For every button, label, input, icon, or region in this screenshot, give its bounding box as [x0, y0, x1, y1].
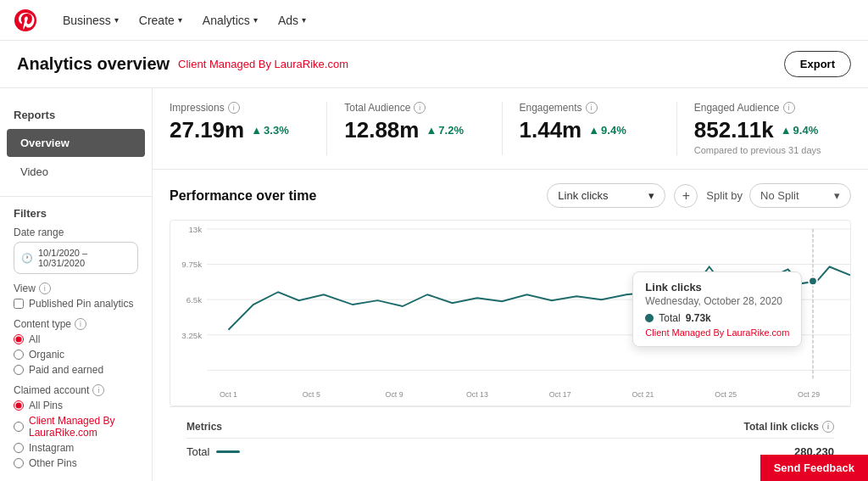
impressions-change: ▲ 3.3%: [251, 124, 289, 137]
arrow-up-icon: ▲: [251, 124, 262, 137]
date-range-input[interactable]: 🕐 10/1/2020 – 10/31/2020: [14, 242, 138, 274]
stat-impressions: Impressions i 27.19m ▲ 3.3%: [170, 102, 327, 155]
content-type-info-icon[interactable]: i: [75, 318, 86, 330]
engaged-audience-info-icon[interactable]: i: [783, 102, 795, 114]
engagements-info-icon[interactable]: i: [586, 102, 598, 114]
impressions-info-icon[interactable]: i: [228, 102, 240, 114]
total-audience-label: Total Audience i: [344, 102, 484, 114]
split-by-label: Split by: [706, 189, 743, 202]
metrics-row-line: [216, 450, 240, 453]
content-area: Impressions i 27.19m ▲ 3.3% Total Audien…: [153, 88, 868, 481]
svg-text:13k: 13k: [188, 225, 202, 234]
view-info-icon[interactable]: i: [39, 282, 51, 294]
engagements-change: ▲ 9.4%: [588, 124, 626, 137]
filters-title: Filters: [14, 207, 138, 220]
svg-point-19: [809, 277, 817, 285]
published-pin-checkbox[interactable]: [14, 299, 24, 309]
date-range-value: 10/1/2020 – 10/31/2020: [38, 248, 131, 268]
engaged-audience-value: 852.11k ▲ 9.4%: [694, 117, 834, 143]
arrow-up-icon: ▲: [588, 124, 599, 137]
total-audience-info-icon[interactable]: i: [414, 102, 426, 114]
metric-select[interactable]: Link clicks ▾: [547, 183, 665, 208]
published-pin-label: Published Pin analytics: [29, 298, 133, 310]
claimed-other-pins-radio-item: Other Pins: [14, 457, 138, 469]
sidebar-item-overview[interactable]: Overview: [7, 129, 145, 157]
content-all-radio-item: All: [14, 333, 138, 345]
stat-total-audience: Total Audience i 12.88m ▲ 7.2%: [327, 102, 502, 155]
page-header: Analytics overview Client Managed By Lau…: [0, 41, 868, 88]
chevron-down-icon: ▾: [253, 15, 258, 25]
send-feedback-button[interactable]: Send Feedback: [760, 455, 868, 481]
metrics-col-left: Metrics: [186, 421, 222, 433]
claimed-instagram-label: Instagram: [29, 442, 74, 454]
arrow-up-icon: ▲: [426, 124, 437, 137]
main-layout: Reports Overview Video Filters Date rang…: [0, 88, 868, 481]
total-audience-change: ▲ 7.2%: [426, 124, 464, 137]
total-audience-value: 12.88m ▲ 7.2%: [344, 117, 484, 143]
svg-text:3.25k: 3.25k: [181, 331, 202, 340]
chart-container: 13k 9.75k 6.5k 3.25k Oct 1 Oct 5 Oct 9 O…: [170, 220, 851, 406]
content-all-radio[interactable]: [14, 334, 24, 344]
nav-items: Business ▾ Create ▾ Analytics ▾ Ads ▾: [54, 8, 314, 32]
chevron-down-icon: ▾: [302, 15, 306, 25]
svg-text:9.75k: 9.75k: [181, 260, 202, 269]
stats-row: Impressions i 27.19m ▲ 3.3% Total Audien…: [153, 88, 868, 170]
sidebar-filters: Filters Date range 🕐 10/1/2020 – 10/31/2…: [0, 207, 152, 481]
claimed-all-pins-radio[interactable]: [14, 400, 24, 411]
split-by-select[interactable]: No Split ▾: [749, 183, 851, 208]
claimed-laura-radio-item: Client Managed By LauraRike.com: [14, 415, 138, 439]
metrics-row-total: Total 280,230: [186, 439, 834, 465]
managed-by-label: Client Managed By LauraRike.com: [178, 58, 348, 70]
nav-create[interactable]: Create ▾: [131, 8, 191, 32]
content-paid-label: Paid and earned: [29, 364, 103, 376]
claimed-laura-radio[interactable]: [14, 422, 24, 432]
svg-text:Oct 17: Oct 17: [549, 390, 571, 399]
content-paid-radio-item: Paid and earned: [14, 364, 138, 376]
claimed-account-info-icon[interactable]: i: [92, 384, 104, 396]
content-organic-radio[interactable]: [14, 350, 24, 360]
claimed-account-label: Claimed account i: [14, 384, 138, 396]
pinterest-logo[interactable]: [14, 8, 37, 32]
engagements-label: Engagements i: [520, 102, 659, 114]
sidebar: Reports Overview Video Filters Date rang…: [0, 88, 153, 481]
arrow-up-icon: ▲: [781, 124, 792, 137]
claimed-other-pins-label: Other Pins: [29, 457, 77, 469]
claimed-instagram-radio[interactable]: [14, 443, 24, 453]
impressions-value: 27.19m ▲ 3.3%: [170, 117, 309, 143]
chevron-down-icon: ▾: [178, 15, 182, 25]
claimed-other-pins-radio[interactable]: [14, 458, 24, 468]
svg-text:Oct 21: Oct 21: [632, 390, 654, 399]
nav-business[interactable]: Business ▾: [54, 8, 127, 32]
nav-ads[interactable]: Ads ▾: [270, 8, 314, 32]
claimed-account-section: Claimed account i All Pins Client Manage…: [14, 384, 138, 469]
stat-engagements: Engagements i 1.44m ▲ 9.4%: [503, 102, 677, 155]
export-button[interactable]: Export: [784, 51, 851, 77]
svg-text:6.5k: 6.5k: [186, 295, 203, 305]
calendar-icon: 🕐: [21, 253, 33, 264]
content-paid-radio[interactable]: [14, 365, 24, 375]
engagements-value: 1.44m ▲ 9.4%: [520, 117, 659, 143]
claimed-all-pins-radio-item: All Pins: [14, 400, 138, 411]
chevron-down-icon: ▾: [648, 189, 654, 202]
content-type-section: Content type i All Organic Paid and earn…: [14, 318, 138, 376]
content-organic-label: Organic: [29, 349, 64, 361]
svg-text:Oct 5: Oct 5: [303, 390, 320, 399]
date-range-section: Date range 🕐 10/1/2020 – 10/31/2020: [14, 227, 138, 274]
sidebar-item-video[interactable]: Video: [7, 158, 145, 186]
split-by-controls: Split by No Split ▾: [706, 183, 851, 208]
metrics-row-label-text: Total: [186, 445, 209, 458]
page-title: Analytics overview: [17, 54, 170, 74]
view-label: View i: [14, 282, 138, 294]
nav-analytics[interactable]: Analytics ▾: [194, 8, 266, 32]
metrics-row-label: Total: [186, 445, 240, 458]
metrics-total-info-icon[interactable]: i: [822, 421, 834, 433]
view-section: View i Published Pin analytics: [14, 282, 138, 310]
date-range-label: Date range: [14, 227, 138, 238]
claimed-laura-label: Client Managed By LauraRike.com: [29, 415, 138, 439]
svg-text:Oct 25: Oct 25: [715, 390, 737, 399]
svg-text:Oct 9: Oct 9: [386, 390, 403, 399]
add-metric-button[interactable]: +: [674, 184, 698, 208]
svg-text:Oct 29: Oct 29: [798, 390, 820, 399]
chart-wrapper: 13k 9.75k 6.5k 3.25k Oct 1 Oct 5 Oct 9 O…: [170, 220, 851, 406]
svg-text:Oct 13: Oct 13: [466, 390, 488, 399]
